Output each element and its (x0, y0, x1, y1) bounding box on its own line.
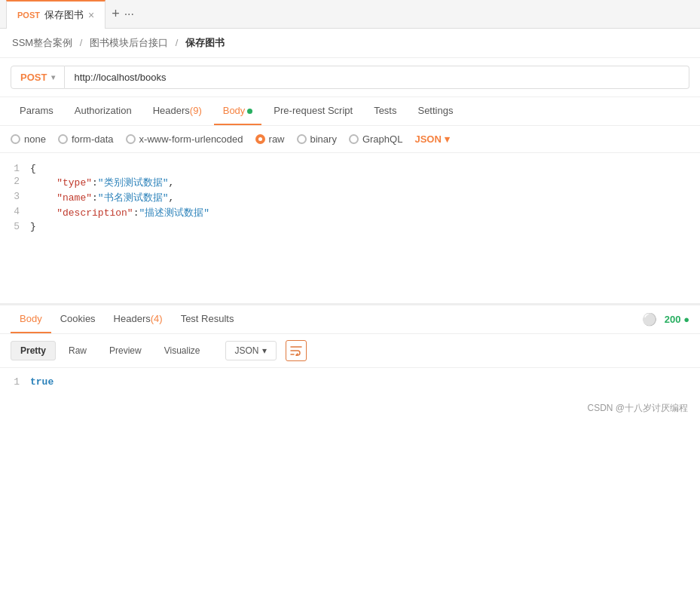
line-content: "type":"类别测试数据", (30, 176, 700, 189)
resp-value: true (30, 376, 700, 388)
line-number: 1 (0, 163, 30, 174)
tab-body[interactable]: Body (214, 97, 262, 125)
method-chevron-icon: ▾ (51, 73, 55, 81)
radio-raw (255, 134, 265, 144)
breadcrumb-sep1: / (80, 37, 83, 48)
line-number: 1 (0, 376, 30, 388)
radio-graphql (349, 134, 359, 144)
resp-tab-body[interactable]: Body (11, 305, 51, 333)
body-type-graphql[interactable]: GraphQL (349, 133, 402, 145)
resp-tab-test-results[interactable]: Test Results (172, 305, 243, 333)
breadcrumb-sep2: / (176, 37, 179, 48)
tab-tests[interactable]: Tests (365, 97, 405, 125)
body-type-binary[interactable]: binary (297, 133, 337, 145)
body-type-urlencoded[interactable]: x-www-form-urlencoded (126, 133, 243, 145)
new-tab-button[interactable]: + (112, 6, 120, 22)
line-content: "description":"描述测试数据" (30, 206, 700, 219)
watermark: CSDN @十八岁讨厌编程 (0, 396, 700, 421)
tab-prerequest[interactable]: Pre-request Script (264, 97, 362, 125)
breadcrumb-part2: 图书模块后台接口 (90, 37, 168, 48)
resp-json-dropdown[interactable]: JSON ▾ (225, 341, 277, 360)
body-type-none[interactable]: none (11, 133, 46, 145)
radio-binary (297, 134, 307, 144)
response-section: Body Cookies Headers(4) Test Results ⚪ 2… (0, 304, 700, 396)
request-tabs: Params Authorization Headers(9) Body Pre… (0, 97, 700, 126)
format-visualize-button[interactable]: Visualize (154, 341, 210, 360)
code-line-5: 5 } (0, 220, 700, 233)
body-type-form-data[interactable]: form-data (58, 133, 114, 145)
json-format-select[interactable]: JSON ▾ (414, 133, 449, 145)
resp-tab-headers[interactable]: Headers(4) (105, 305, 172, 333)
response-status-area: ⚪ 200 ● (642, 312, 689, 327)
code-line-2: 2 "type":"类别测试数据", (0, 175, 700, 190)
response-tabs: Body Cookies Headers(4) Test Results ⚪ 2… (0, 305, 700, 334)
url-bar: POST ▾ (0, 58, 700, 97)
resp-code-line-1: 1 true (0, 376, 700, 388)
tab-params[interactable]: Params (11, 97, 63, 125)
breadcrumb-part1: SSM整合案例 (12, 37, 72, 48)
more-tabs-icon[interactable]: ··· (124, 8, 134, 21)
tab-settings[interactable]: Settings (408, 97, 462, 125)
response-format-bar: Pretty Raw Preview Visualize JSON ▾ (0, 334, 700, 368)
line-content: "name":"书名测试数据", (30, 191, 700, 204)
url-input[interactable] (65, 66, 689, 89)
resp-tab-cookies[interactable]: Cookies (51, 305, 105, 333)
line-number: 2 (0, 176, 30, 187)
code-line-3: 3 "name":"书名测试数据", (0, 190, 700, 205)
line-content: { (30, 163, 700, 174)
globe-icon: ⚪ (642, 312, 657, 327)
code-line-4: 4 "description":"描述测试数据" (0, 205, 700, 220)
radio-none (11, 134, 20, 144)
format-raw-button[interactable]: Raw (59, 341, 96, 360)
breadcrumb: SSM整合案例 / 图书模块后台接口 / 保存图书 (0, 29, 700, 58)
line-number: 5 (0, 221, 30, 232)
request-body-editor[interactable]: 1 { 2 "type":"类别测试数据", 3 "name":"书名测试数据"… (0, 153, 700, 304)
tab-bar: POST 保存图书 × + ··· (0, 0, 700, 29)
body-type-selector: none form-data x-www-form-urlencoded raw… (0, 126, 700, 153)
active-tab[interactable]: POST 保存图书 × (6, 0, 105, 29)
tab-authorization[interactable]: Authorization (66, 97, 141, 125)
radio-urlencoded (126, 134, 136, 144)
tab-title: 保存图书 (44, 8, 84, 22)
code-line-1: 1 { (0, 162, 700, 175)
line-content: } (30, 221, 700, 232)
response-code-area: 1 true (0, 368, 700, 396)
method-select[interactable]: POST ▾ (11, 66, 65, 89)
tab-close-icon[interactable]: × (88, 9, 94, 21)
body-active-dot (247, 109, 252, 114)
status-badge: 200 ● (665, 314, 689, 325)
format-pretty-button[interactable]: Pretty (11, 341, 56, 360)
tab-headers[interactable]: Headers(9) (144, 97, 211, 125)
body-type-raw[interactable]: raw (255, 133, 285, 145)
breadcrumb-part3: 保存图书 (185, 37, 225, 48)
line-number: 3 (0, 191, 30, 202)
format-preview-button[interactable]: Preview (99, 341, 151, 360)
method-label: POST (20, 72, 47, 83)
line-number: 4 (0, 206, 30, 217)
radio-form-data (58, 134, 68, 144)
tab-method-badge: POST (17, 11, 40, 20)
wrap-icon[interactable] (286, 340, 307, 361)
